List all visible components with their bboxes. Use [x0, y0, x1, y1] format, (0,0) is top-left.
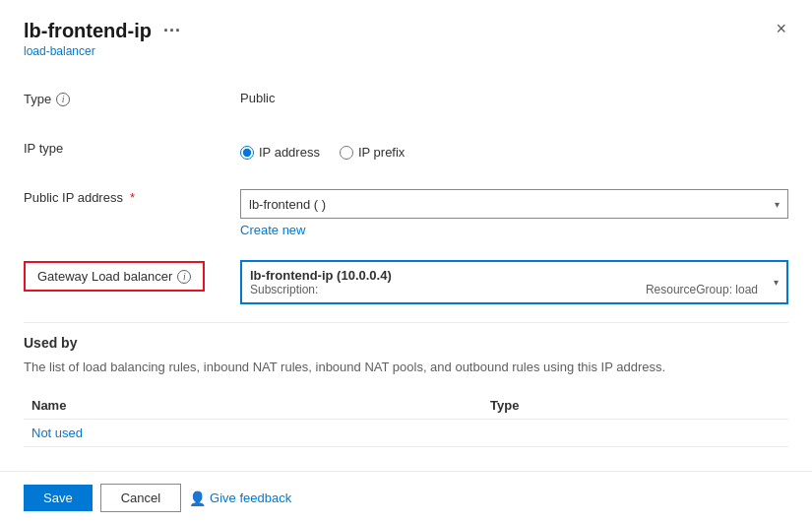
panel-subtitle: load-balancer [24, 44, 788, 58]
gateway-row: Gateway Load balancer i lb-frontend-ip (… [24, 255, 788, 304]
feedback-link[interactable]: 👤 Give feedback [189, 491, 291, 506]
type-label: Type i [24, 86, 240, 106]
public-ip-label: Public IP address * [24, 184, 240, 205]
gateway-label-wrapper: Gateway Load balancer i [24, 255, 240, 292]
gateway-sub-right: ResourceGroup: load [646, 283, 758, 296]
table-col-name: Name [24, 392, 482, 420]
gateway-dropdown-inner: lb-frontend-ip (10.0.0.4) Subscription: … [250, 268, 774, 296]
required-star: * [130, 190, 135, 205]
public-ip-dropdown[interactable]: lb-frontend ( ) ▾ [240, 189, 788, 219]
table-row: Not used [24, 420, 788, 447]
public-ip-dropdown-text: lb-frontend ( ) [249, 197, 326, 212]
create-new-link[interactable]: Create new [240, 223, 788, 237]
close-button[interactable]: × [770, 18, 792, 39]
feedback-label: Give feedback [210, 491, 291, 505]
type-info-icon[interactable]: i [56, 93, 70, 106]
used-by-description: The list of load balancing rules, inboun… [24, 359, 788, 376]
table-cell-name: Not used [24, 420, 482, 447]
used-by-title: Used by [24, 335, 788, 351]
used-by-table: Name Type Not used [24, 392, 788, 447]
gateway-dropdown[interactable]: lb-frontend-ip (10.0.0.4) Subscription: … [240, 260, 788, 304]
gateway-label-box: Gateway Load balancer i [24, 261, 205, 292]
divider [24, 322, 788, 323]
table-col-type: Type [482, 392, 788, 420]
ip-address-radio-label[interactable]: IP address [240, 145, 320, 160]
public-ip-dropdown-wrapper: lb-frontend ( ) ▾ Create new [240, 189, 788, 237]
ip-type-value: IP address IP prefix [240, 135, 788, 160]
feedback-icon: 👤 [189, 491, 206, 506]
ip-prefix-radio-label[interactable]: IP prefix [340, 145, 405, 160]
type-value: Public [240, 86, 788, 105]
panel-footer: Save Cancel 👤 Give feedback [0, 471, 812, 524]
cancel-button[interactable]: Cancel [100, 484, 181, 512]
table-header-row: Name Type [24, 392, 788, 420]
panel-title: lb-frontend-ip [24, 20, 152, 42]
ip-address-label: IP address [259, 145, 320, 160]
gateway-value: lb-frontend-ip (10.0.0.4) Subscription: … [240, 255, 788, 304]
ellipsis-button[interactable]: ··· [159, 21, 185, 41]
gateway-selected-title: lb-frontend-ip (10.0.0.4) [250, 268, 774, 283]
gateway-sub-left: Subscription: [250, 283, 318, 296]
dropdown-arrow-icon: ▾ [775, 199, 780, 210]
ip-prefix-radio[interactable] [340, 146, 353, 160]
panel-header: lb-frontend-ip ··· load-balancer × [0, 0, 812, 70]
ip-type-radio-group: IP address IP prefix [240, 140, 788, 160]
gateway-label: Gateway Load balancer [37, 269, 172, 284]
ip-type-row: IP type IP address IP prefix [24, 135, 788, 166]
gateway-info-icon[interactable]: i [177, 270, 191, 284]
used-by-section: Used by The list of load balancing rules… [24, 335, 788, 447]
ip-address-radio[interactable] [240, 146, 254, 160]
save-button[interactable]: Save [24, 485, 93, 511]
panel-body: Type i Public IP type IP address IP pref… [0, 70, 812, 471]
panel: lb-frontend-ip ··· load-balancer × Type … [0, 0, 812, 524]
public-ip-value: lb-frontend ( ) ▾ Create new [240, 184, 788, 237]
ip-prefix-label: IP prefix [358, 145, 405, 160]
gateway-dropdown-arrow-icon: ▾ [774, 277, 779, 288]
panel-title-row: lb-frontend-ip ··· [24, 20, 788, 42]
table-cell-type [482, 420, 788, 447]
public-ip-row: Public IP address * lb-frontend ( ) ▾ Cr… [24, 184, 788, 237]
gateway-selected-sub: Subscription: ResourceGroup: load [250, 283, 774, 296]
type-row: Type i Public [24, 86, 788, 117]
ip-type-label: IP type [24, 135, 240, 156]
